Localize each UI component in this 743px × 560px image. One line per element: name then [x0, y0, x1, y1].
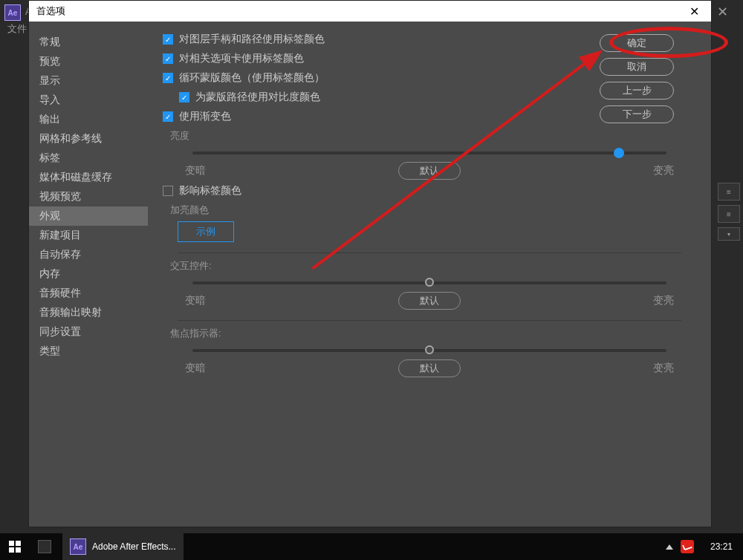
sidebar-item-appearance[interactable]: 外观: [29, 206, 148, 226]
sidebar-item-audio-hardware[interactable]: 音频硬件: [29, 284, 148, 303]
interactive-slider-handle[interactable]: [425, 278, 434, 287]
sidebar-item-media-cache[interactable]: 媒体和磁盘缓存: [29, 168, 148, 187]
interactive-lighter-label: 变亮: [653, 294, 674, 307]
divider-2: [178, 320, 681, 321]
sidebar-item-video-preview[interactable]: 视频预览: [29, 187, 148, 206]
start-button[interactable]: [0, 533, 30, 560]
taskbar-right: 23:21: [658, 540, 743, 553]
taskbar-app-label: Adobe After Effects...: [92, 541, 176, 552]
sidebar-item-import[interactable]: 导入: [29, 91, 148, 110]
focus-indicator-label: 焦点指示器:: [170, 327, 696, 340]
interactive-slider[interactable]: [192, 281, 666, 284]
dialog-titlebar: 首选项 ✕: [29, 1, 711, 22]
checkbox-related-tabs-label: 对相关选项卡使用标签颜色: [179, 52, 304, 65]
focus-slider[interactable]: [192, 349, 666, 352]
checkbox-gradients[interactable]: ✓: [163, 111, 173, 122]
divider-1: [178, 253, 681, 253]
brightness-slider-handle[interactable]: [614, 148, 624, 158]
checkbox-mask-contrast-label: 为蒙版路径使用对比度颜色: [195, 91, 320, 104]
sidebar-item-auto-save[interactable]: 自动保存: [29, 245, 148, 264]
interactive-default-button[interactable]: 默认: [398, 292, 461, 310]
cancel-button[interactable]: 取消: [600, 58, 674, 76]
bg-close-icon[interactable]: ✕: [717, 4, 728, 20]
checkbox-related-tabs[interactable]: ✓: [163, 53, 173, 64]
panel-list-icon[interactable]: ≡: [718, 205, 740, 223]
sidebar-item-general[interactable]: 常规: [29, 33, 148, 52]
clock-label[interactable]: 23:21: [710, 541, 733, 552]
checkbox-affect-labels[interactable]: [163, 186, 173, 196]
panel-menu-icon[interactable]: ≡: [718, 183, 740, 201]
dialog-title: 首选项: [36, 4, 65, 18]
windows-icon: [9, 541, 21, 553]
ae-app-icon-bg: Ae: [4, 4, 21, 21]
task-view-button[interactable]: [30, 533, 59, 560]
brightness-darker-label: 变暗: [185, 164, 206, 178]
interactive-darker-label: 变暗: [185, 294, 206, 307]
sidebar-item-preview[interactable]: 预览: [29, 52, 148, 71]
brightness-default-button[interactable]: 默认: [398, 162, 461, 180]
brightness-label: 亮度: [170, 129, 696, 143]
tray-expand-icon[interactable]: [666, 544, 673, 550]
sidebar-item-memory[interactable]: 内存: [29, 264, 148, 284]
dialog-buttons-panel: 确定 取消 上一步 下一步: [600, 34, 674, 123]
preferences-sidebar: 常规 预览 显示 导入 输出 网格和参考线 标签 媒体和磁盘缓存 视频预览 外观…: [29, 22, 148, 527]
brightness-slider[interactable]: [192, 152, 666, 154]
highlight-color-label: 加亮颜色: [170, 204, 696, 217]
checkbox-layer-handles[interactable]: ✓: [163, 34, 173, 45]
checkbox-mask-contrast[interactable]: ✓: [179, 92, 189, 102]
taskbar-app-ae[interactable]: Ae Adobe After Effects...: [62, 533, 184, 560]
ok-button[interactable]: 确定: [600, 34, 674, 52]
interactive-controls-label: 交互控件:: [170, 259, 696, 273]
focus-darker-label: 变暗: [185, 362, 206, 375]
sidebar-item-grids[interactable]: 网格和参考线: [29, 129, 148, 149]
panel-dropdown-icon[interactable]: ▾: [718, 227, 740, 241]
sidebar-item-type[interactable]: 类型: [29, 342, 148, 361]
next-button[interactable]: 下一步: [600, 105, 674, 123]
checkbox-layer-handles-label: 对图层手柄和路径使用标签颜色: [179, 33, 325, 46]
sidebar-item-display[interactable]: 显示: [29, 71, 148, 91]
dialog-close-button[interactable]: ✕: [685, 4, 704, 19]
checkbox-cycle-mask[interactable]: ✓: [163, 73, 173, 83]
focus-slider-handle[interactable]: [425, 345, 434, 354]
checkbox-gradients-label: 使用渐变色: [179, 110, 231, 123]
sidebar-item-new-project[interactable]: 新建项目: [29, 226, 148, 245]
brightness-lighter-label: 变亮: [653, 164, 674, 178]
prev-button[interactable]: 上一步: [600, 82, 674, 100]
sidebar-item-output[interactable]: 输出: [29, 110, 148, 129]
taskbar: Ae Adobe After Effects... 23:21: [0, 533, 743, 560]
example-button[interactable]: 示例: [178, 221, 234, 242]
preferences-dialog: 首选项 ✕ 常规 预览 显示 导入 输出 网格和参考线 标签 媒体和磁盘缓存 视…: [28, 0, 712, 527]
sidebar-item-audio-output[interactable]: 音频输出映射: [29, 303, 148, 322]
sidebar-item-labels[interactable]: 标签: [29, 149, 148, 168]
sidebar-item-sync-settings[interactable]: 同步设置: [29, 322, 148, 342]
focus-default-button[interactable]: 默认: [398, 359, 461, 377]
bg-menu-file[interactable]: 文件: [7, 22, 27, 36]
checkbox-cycle-mask-label: 循环蒙版颜色（使用标签颜色）: [179, 71, 325, 85]
checkbox-affect-labels-label: 影响标签颜色: [179, 184, 241, 198]
focus-lighter-label: 变亮: [653, 362, 674, 375]
ae-icon: Ae: [70, 538, 86, 555]
tray-app-icon[interactable]: [681, 540, 694, 553]
